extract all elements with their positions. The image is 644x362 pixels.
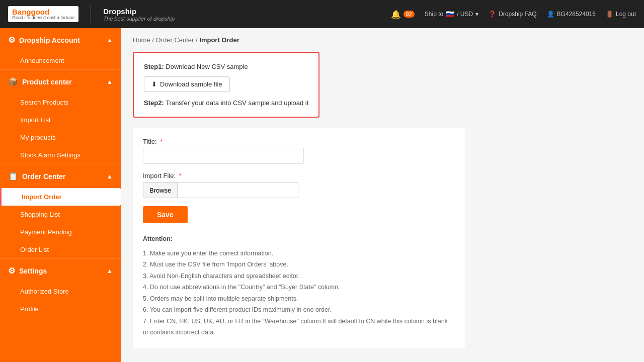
save-button[interactable]: Save	[143, 206, 188, 223]
attention-item-6: 6. You can import five different product…	[143, 304, 455, 316]
breadcrumb-home[interactable]: Home	[133, 36, 150, 44]
sidebar-section-header-settings[interactable]: ⚙ Settings ▲	[0, 259, 121, 283]
settings-icon: ⚙	[8, 35, 15, 45]
sidebar-item-search-products[interactable]: Search Products	[0, 94, 121, 111]
attention-item-5: 5. Orders may be split into multiple sep…	[143, 293, 455, 305]
dropship-title: Dropship	[103, 7, 175, 16]
browse-button[interactable]: Browse	[143, 182, 178, 198]
step2-label: Step2: Transfer your data into CSV sampl…	[144, 99, 308, 107]
sidebar-item-stock-alarm[interactable]: Stock Alarm Settings	[0, 146, 121, 164]
sidebar-item-profile[interactable]: Profile	[0, 300, 121, 318]
chevron-up-icon-2: ▲	[107, 78, 113, 85]
chevron-up-icon: ▲	[107, 37, 113, 44]
file-path-input[interactable]	[178, 182, 298, 198]
sidebar-section-header-product[interactable]: 📦 Product center ▲	[0, 70, 121, 94]
step1-strong: Step1:	[144, 63, 164, 70]
sidebar-item-payment-pending[interactable]: Payment Pending	[0, 223, 121, 241]
import-list-label: Import List	[20, 116, 51, 124]
sidebar-item-my-products[interactable]: My products	[0, 129, 121, 146]
save-label: Save	[157, 211, 174, 219]
step2-text: Transfer your data into CSV sample and u…	[166, 99, 308, 107]
logo-main: Banggood	[12, 8, 74, 16]
download-sample-button[interactable]: ⬇ Download sample file	[144, 76, 230, 92]
search-products-label: Search Products	[20, 99, 68, 106]
authorized-store-label: Authorized Store	[20, 288, 69, 295]
header: Banggood Good life doesn't cost a fortun…	[0, 0, 644, 28]
sidebar-item-shopping-list[interactable]: Shopping List	[0, 206, 121, 223]
sidebar-item-import-list[interactable]: Import List	[0, 111, 121, 129]
chevron-up-icon-3: ▲	[107, 173, 113, 180]
attention-item-4: 4. Do not use abbreviations in the "Coun…	[143, 282, 455, 293]
step1-text: Download New CSV sample	[166, 63, 248, 70]
sidebar-item-announcement[interactable]: Announcement	[0, 52, 121, 69]
step1-label: Step1: Download New CSV sample	[144, 63, 308, 70]
my-products-label: My products	[20, 134, 56, 141]
dropship-sub: The best supplier of dropship	[103, 16, 175, 22]
question-icon: ❓	[489, 11, 496, 18]
attention-title: Attention:	[143, 233, 455, 245]
account-info[interactable]: 👤 BG428524016	[547, 11, 596, 18]
dropship-branding: Dropship The best supplier of dropship	[103, 7, 175, 22]
user-icon: 👤	[547, 11, 554, 18]
notification-bell[interactable]: 🔔 92	[391, 10, 415, 19]
step2-strong: Step2:	[144, 99, 164, 107]
chevron-up-icon-4: ▲	[107, 267, 113, 275]
attention-item-7: 7. Enter CN, HK, US, UK, AU, or FR in th…	[143, 316, 455, 338]
sidebar-product-label: Product center	[22, 78, 72, 86]
sidebar-section-settings: ⚙ Settings ▲ Authorized Store Profile	[0, 259, 121, 318]
attention-item-2: 2. Must use the CSV file from 'Import Or…	[143, 259, 455, 270]
file-required-star: *	[179, 172, 182, 179]
title-input[interactable]	[143, 148, 304, 164]
announcement-label: Announcement	[20, 57, 64, 64]
chevron-down-icon: ▾	[475, 11, 478, 18]
notification-count: 92	[404, 11, 415, 18]
order-list-label: Order List	[20, 246, 49, 253]
gear-icon: ⚙	[8, 266, 15, 276]
ship-to-selector[interactable]: Ship to 🇷🇺 / USD ▾	[425, 10, 478, 18]
currency-label: / USD	[457, 11, 473, 18]
sidebar-item-order-list[interactable]: Order List	[0, 241, 121, 258]
breadcrumb-current: Import Order	[199, 36, 239, 44]
sidebar-section-header-order[interactable]: 📋 Order Center ▲	[0, 164, 121, 188]
logo-box: Banggood Good life doesn't cost a fortun…	[8, 6, 78, 22]
title-label: Title: *	[143, 138, 455, 145]
account-label: BG428524016	[557, 11, 596, 18]
flag-icon: 🇷🇺	[446, 10, 454, 18]
stock-alarm-label: Stock Alarm Settings	[20, 151, 80, 159]
profile-label: Profile	[20, 305, 39, 313]
header-right: 🔔 92 Ship to 🇷🇺 / USD ▾ ❓ Dropship FAQ 👤…	[391, 10, 636, 19]
breadcrumb-order-center[interactable]: Order Center	[156, 36, 194, 44]
title-row: Title: *	[143, 138, 455, 164]
faq-link[interactable]: ❓ Dropship FAQ	[489, 11, 536, 18]
attention-item-3: 3. Avoid Non-English characters and spre…	[143, 270, 455, 282]
header-divider	[91, 5, 91, 23]
sidebar-dropship-label: Dropship Account	[19, 36, 80, 44]
sidebar-item-authorized-store[interactable]: Authorized Store	[0, 283, 121, 300]
payment-pending-label: Payment Pending	[20, 228, 72, 236]
main-content: Home / Order Center / Import Order Step1…	[121, 28, 644, 362]
attention-item-1: 1. Make sure you enter the correct infor…	[143, 248, 455, 259]
clipboard-icon: 📋	[8, 171, 18, 181]
download-label: Download sample file	[160, 80, 222, 88]
sidebar-settings-label: Settings	[19, 267, 47, 275]
download-icon: ⬇	[151, 80, 157, 88]
sidebar-order-label: Order Center	[22, 172, 65, 180]
shopping-list-label: Shopping List	[20, 211, 60, 218]
sidebar-item-import-order[interactable]: Import Order	[0, 188, 121, 206]
import-file-label: Import File: *	[143, 172, 455, 179]
sidebar-section-dropship-account: ⚙ Dropship Account ▲ Announcement	[0, 28, 121, 70]
sidebar: ⚙ Dropship Account ▲ Announcement 📦 Prod…	[0, 28, 121, 362]
import-box: Step1: Download New CSV sample ⬇ Downloa…	[133, 52, 319, 118]
attention-section: Attention: 1. Make sure you enter the co…	[143, 233, 455, 338]
sidebar-section-product-center: 📦 Product center ▲ Search Products Impor…	[0, 70, 121, 164]
form-section: Title: * Import File: * Browse	[133, 128, 465, 348]
import-file-row: Import File: * Browse	[143, 172, 455, 198]
title-required-star: *	[160, 138, 163, 145]
logo-sub: Good life doesn't cost a fortune	[12, 16, 74, 20]
logout-btn[interactable]: 🚪 Log out	[606, 11, 636, 18]
sidebar-section-header-dropship[interactable]: ⚙ Dropship Account ▲	[0, 28, 121, 52]
browse-label: Browse	[149, 187, 171, 194]
box-icon: 📦	[8, 77, 18, 86]
logout-icon: 🚪	[606, 11, 613, 18]
breadcrumb-sep1: /	[152, 36, 155, 44]
